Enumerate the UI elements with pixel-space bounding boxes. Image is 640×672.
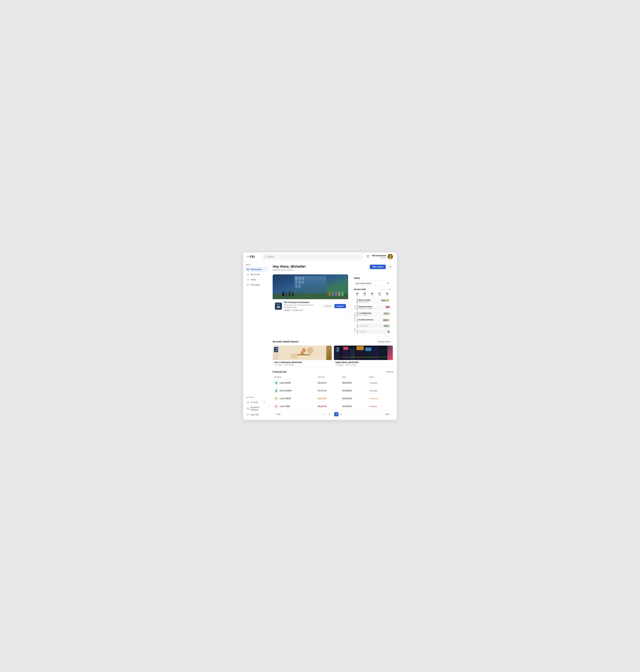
fin-row-3: ⏱ Loan #23533 $2,223.90 02/04/2022 Refun… [273, 395, 393, 403]
fin-date-3: 02/04/2022 [341, 395, 368, 403]
tasks-dropdown[interactable]: Upcoming projects ▼ [354, 281, 391, 286]
prev-button[interactable]: ← Prev [274, 413, 280, 415]
class-date-2: 07.11.2022 [346, 364, 356, 366]
fin-icon-2: 💲 [274, 389, 278, 393]
user-text: Michelle Baxter Student [372, 254, 386, 259]
next-button[interactable]: Next → [385, 413, 392, 415]
task-card-6: J [357, 329, 391, 334]
page-2[interactable]: 2 [327, 412, 331, 416]
col-date: Date [341, 375, 368, 379]
financial-table: Category Amount Date Status 💲 Loan #2343… [273, 375, 393, 410]
fin-amount-4: $4,223.43 [317, 403, 341, 410]
page-numbers: 1 2 ... 5 6 [322, 412, 343, 416]
sidebar-item-myprofile[interactable]: My Profile [244, 272, 268, 277]
register-button[interactable]: Register [334, 304, 346, 308]
task3-name: e on Wednesday [359, 312, 372, 314]
event-actions: Share Register [322, 304, 346, 308]
cal-prev-button[interactable]: ← [380, 288, 383, 291]
col-right: Tasks Upcoming projects ▼ October 2023 ←… [351, 274, 393, 336]
svg-rect-6 [248, 268, 249, 269]
svg-rect-26 [295, 285, 297, 288]
manage-classes-button[interactable]: Manage classes [376, 340, 393, 344]
col-left: Upcoming Events [273, 274, 348, 336]
share-button[interactable]: Share [322, 304, 333, 308]
todo-label: To Do [354, 298, 356, 310]
svg-point-38 [329, 291, 330, 293]
svg-point-3 [389, 255, 391, 257]
fin-status-3: Refunded [367, 395, 393, 403]
task2-sub: Make sure its finished [359, 308, 373, 309]
svg-rect-7 [247, 269, 248, 270]
fin-name-1: Loan #23433 [280, 382, 291, 384]
sidebar-item-messages[interactable]: Messages [244, 282, 268, 287]
svg-point-16 [248, 401, 248, 402]
sidebar-item-tasks[interactable]: Tasks [244, 277, 268, 282]
sidebar-item-advising[interactable]: Academic Advising [244, 405, 268, 412]
svg-point-33 [288, 292, 291, 296]
fin-date-2: 04/20/2022 [341, 387, 368, 395]
search-input[interactable] [268, 255, 361, 258]
svg-rect-59 [285, 364, 286, 366]
class-img-2: 11 JUL [334, 346, 393, 360]
avatar [388, 254, 393, 259]
task-cards-container: Work on Graph.. Meet with team M J K +2 [357, 298, 391, 334]
edit-section-button[interactable]: Edit section [370, 265, 386, 269]
cal-day-num-1: 05 [361, 292, 368, 295]
class-illustration-1 [273, 346, 332, 360]
top-bar: MY FIU Michelle Baxter Student [243, 252, 397, 261]
svg-rect-57 [291, 354, 297, 359]
sidebar-item-account[interactable]: Account ▼ [244, 400, 268, 405]
task-card-3: e on Wednesday Mrs. Keneally M J K [357, 311, 391, 317]
fin-date-1: 06/24/2022 [341, 379, 368, 387]
calendar-more-icon[interactable]: ••• [388, 288, 391, 291]
fin-row-1: 💲 Loan #23433 $6,320.53 06/24/2022 Accep… [273, 379, 393, 387]
cal-day-num-4: 08 [384, 292, 391, 295]
status-badge-2: Accepted [369, 390, 392, 392]
recently-added-classes: Recently Added Classes Manage classes 23… [273, 340, 393, 367]
class-card-2: 11 JUL [334, 346, 393, 367]
avatar-count: +2 [387, 299, 389, 302]
calendar-title: October 2023 [354, 288, 366, 291]
event-date-box: Oct 26 [275, 303, 282, 310]
svg-rect-24 [299, 281, 301, 284]
chevron-down-icon: ▼ [387, 282, 389, 284]
class-time-value-1: 11:30am [276, 364, 283, 366]
page-6[interactable]: 6 [339, 412, 343, 416]
cal-day-name-3: We [376, 295, 383, 296]
svg-line-51 [325, 306, 325, 306]
svg-point-34 [289, 291, 290, 292]
task4-avatars: J A +2 [383, 319, 389, 321]
fin-cat-2: 💲 Grant #23493 [273, 387, 317, 395]
status-badge-1: Accepted [369, 382, 392, 384]
task-card-4: for both professors J A +2 [357, 318, 391, 323]
advising-label: Academic Advising [250, 406, 265, 411]
fin-icon-4: ✕ [274, 404, 278, 409]
event-info: FIU Freshman Orientation Come join us as… [284, 301, 320, 311]
done-task-bar-1 [359, 325, 368, 326]
classes-title: Recently Added Classes [273, 340, 299, 343]
filter-icon[interactable] [366, 254, 370, 259]
sidebar-item-signout[interactable]: Sign Out [244, 412, 268, 417]
page-1[interactable]: 1 [322, 412, 326, 416]
cal-next-button[interactable]: → [384, 288, 388, 291]
chevron-down-icon: ▼ [263, 401, 265, 403]
svg-point-46 [341, 291, 343, 293]
search-bar[interactable] [262, 254, 363, 260]
svg-rect-27 [299, 285, 301, 288]
sidebar-item-dashboard[interactable]: Dashboard [244, 267, 268, 272]
tasks-panel: Tasks Upcoming projects ▼ October 2023 ←… [351, 274, 393, 336]
view-all-link[interactable]: View all [387, 371, 393, 373]
calendar-nav: ← → ••• [380, 288, 391, 291]
message-icon [247, 283, 249, 286]
page-5[interactable]: 5 [334, 412, 338, 416]
sidebar: MENU Dashboard My Profile [243, 261, 269, 420]
col-status: Status [367, 375, 393, 379]
tasks-label: Tasks [250, 278, 256, 281]
event-time: 10:00am - 12:00pm EST [284, 309, 320, 311]
page-title: Hey there, Michelle! [273, 264, 306, 269]
more-button[interactable]: ••• [387, 264, 393, 269]
page-ellipsis: ... [332, 413, 334, 415]
class-date-value-1: 06.23.2022 [287, 364, 295, 366]
task1-sub: Meet with team [359, 301, 371, 303]
right-arrow-icon: → [390, 413, 392, 415]
